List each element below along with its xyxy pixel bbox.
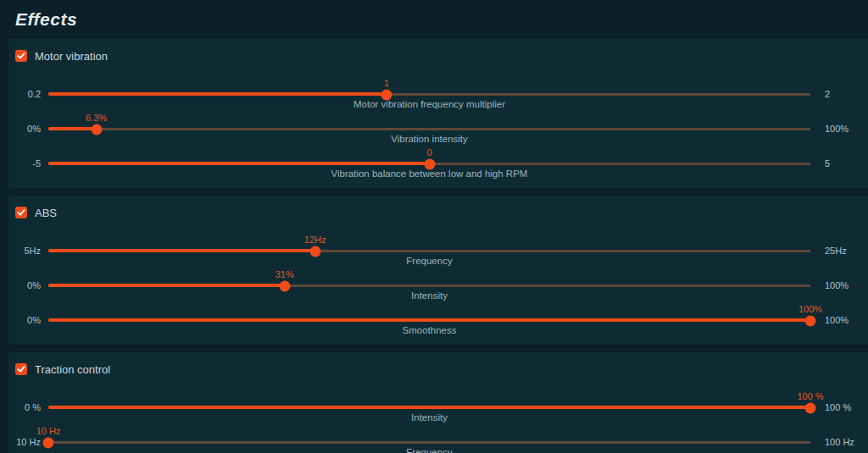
- slider-motor-vibration-frequency-multiplier: 0.2 1 Motor vibration frequency multipli…: [15, 77, 868, 112]
- effects-page: Effects Motor vibration 0.2 1 Motor vibr…: [0, 0, 868, 453]
- slider-track[interactable]: [48, 93, 810, 96]
- slider-min-label: 5Hz: [15, 234, 48, 268]
- slider-rows: 0 % 100 % Intensity 100 % 10 Hz 10 Hz Fr…: [15, 390, 868, 453]
- slider[interactable]: 100% Smoothness: [48, 303, 810, 338]
- slider-value-label: 1: [384, 78, 389, 88]
- slider-fill: [48, 162, 430, 165]
- section-traction-control: Traction control 0 % 100 % Intensity 100…: [8, 352, 868, 453]
- slider-value-label: 10 Hz: [36, 426, 61, 436]
- section-label: Traction control: [35, 363, 110, 376]
- slider[interactable]: 10 Hz Frequency: [48, 425, 810, 453]
- checkmark-icon: [17, 365, 25, 373]
- section-label: Motor vibration: [35, 50, 108, 63]
- slider[interactable]: 1 Motor vibration frequency multiplier: [48, 77, 810, 112]
- section-abs-checkbox[interactable]: [15, 207, 27, 218]
- slider-value-label: 6.3%: [86, 113, 107, 123]
- slider-min-label: 0%: [15, 303, 48, 338]
- slider-vibration-intensity: 0% 6.3% Vibration intensity 100%: [15, 112, 868, 146]
- slider-max-label: 5: [810, 146, 868, 181]
- slider-track[interactable]: [48, 319, 810, 322]
- slider-caption: Frequency: [48, 256, 810, 266]
- slider[interactable]: 100 % Intensity: [48, 390, 810, 425]
- slider[interactable]: 6.3% Vibration intensity: [48, 112, 810, 146]
- slider-track[interactable]: [48, 441, 810, 444]
- section-traction-control-checkbox[interactable]: [15, 363, 27, 375]
- section-motor-vibration: Motor vibration 0.2 1 Motor vibration fr…: [8, 39, 868, 188]
- slider-caption: Smoothness: [48, 325, 810, 335]
- slider-abs-frequency: 5Hz 12Hz Frequency 25Hz: [15, 234, 868, 268]
- page-title: Effects: [0, 0, 868, 39]
- section-header: Motor vibration: [15, 49, 868, 63]
- slider[interactable]: 12Hz Frequency: [48, 234, 810, 268]
- slider-max-label: 100%: [810, 303, 868, 338]
- slider-traction-control-frequency: 10 Hz 10 Hz Frequency 100 Hz: [15, 425, 868, 453]
- slider-traction-control-intensity: 0 % 100 % Intensity 100 %: [15, 390, 868, 425]
- slider-max-label: 100%: [810, 112, 868, 146]
- slider-value-label: 0: [426, 147, 431, 157]
- slider-max-label: 100%: [810, 268, 868, 303]
- slider-fill: [48, 92, 387, 96]
- slider-rows: 0.2 1 Motor vibration frequency multipli…: [15, 77, 868, 181]
- slider-min-label: -5: [15, 146, 48, 181]
- slider-min-label: 0%: [15, 112, 48, 146]
- slider-rows: 5Hz 12Hz Frequency 25Hz 0% 31% Intensity…: [15, 234, 868, 338]
- slider-track[interactable]: [48, 285, 810, 287]
- slider-fill: [48, 249, 315, 252]
- slider-max-label: 100 Hz: [810, 425, 868, 453]
- slider-abs-intensity: 0% 31% Intensity 100%: [15, 268, 868, 303]
- slider-caption: Vibration balance between low and high R…: [48, 168, 810, 179]
- slider-fill: [48, 318, 810, 322]
- checkmark-icon: [17, 52, 25, 60]
- slider-max-label: 100 %: [810, 390, 868, 425]
- slider-value-label: 31%: [275, 269, 294, 279]
- slider-max-label: 2: [810, 77, 868, 112]
- slider-vibration-balance: -5 0 Vibration balance between low and h…: [15, 146, 868, 181]
- section-motor-vibration-checkbox[interactable]: [15, 50, 27, 62]
- slider[interactable]: 31% Intensity: [48, 268, 810, 303]
- slider-fill: [48, 406, 810, 409]
- slider-caption: Motor vibration frequency multiplier: [48, 99, 810, 109]
- slider-track[interactable]: [48, 406, 810, 409]
- slider-track[interactable]: [48, 163, 810, 165]
- slider-caption: Frequency: [48, 447, 810, 453]
- slider-value-label: 12Hz: [304, 235, 326, 245]
- section-abs: ABS 5Hz 12Hz Frequency 25Hz 0% 31% Inten…: [8, 196, 868, 345]
- slider-min-label: 0 %: [15, 390, 48, 425]
- slider-caption: Vibration intensity: [48, 134, 810, 144]
- checkmark-icon: [17, 208, 25, 217]
- sections-container: Motor vibration 0.2 1 Motor vibration fr…: [0, 39, 868, 453]
- slider-fill: [48, 127, 97, 130]
- slider-max-label: 25Hz: [810, 234, 868, 268]
- slider[interactable]: 0 Vibration balance between low and high…: [48, 146, 810, 181]
- slider-track[interactable]: [48, 250, 810, 252]
- section-header: ABS: [15, 206, 868, 219]
- slider-abs-smoothness: 0% 100% Smoothness 100%: [15, 303, 868, 338]
- slider-caption: Intensity: [48, 290, 810, 301]
- section-label: ABS: [35, 207, 57, 219]
- slider-caption: Intensity: [48, 412, 810, 423]
- slider-fill: [48, 284, 285, 287]
- slider-min-label: 0%: [15, 268, 48, 303]
- slider-track[interactable]: [48, 128, 810, 130]
- slider-min-label: 0.2: [15, 77, 48, 112]
- section-header: Traction control: [15, 362, 868, 376]
